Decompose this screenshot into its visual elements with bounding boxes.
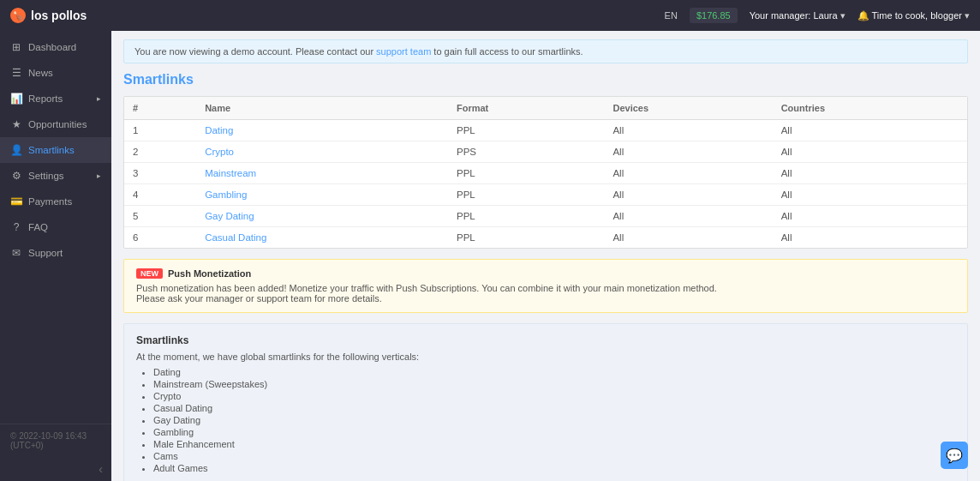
chat-button[interactable]: 💬 — [941, 442, 968, 469]
push-title: NEW Push Monetization — [136, 268, 955, 279]
brand: 🍗 los pollos — [10, 8, 87, 23]
smartlink-name-link[interactable]: Gay Dating — [205, 211, 254, 221]
demo-banner: You are now viewing a demo account. Plea… — [123, 39, 968, 63]
info-intro: At the moment, we have global smartlinks… — [136, 352, 955, 362]
cell-devices: All — [604, 227, 772, 249]
smartlinks-icon: 👤 — [10, 144, 22, 156]
cell-devices: All — [604, 163, 772, 184]
sidebar-collapse-button[interactable]: ‹ — [0, 457, 111, 481]
table-row: 6 Casual Dating PPL All All — [124, 227, 967, 249]
cell-devices: All — [604, 184, 772, 206]
sidebar-label-opportunities: Opportunities — [28, 119, 87, 129]
table-row: 5 Gay Dating PPL All All — [124, 206, 967, 227]
smartlink-name-link[interactable]: Mainstream — [205, 168, 256, 178]
sidebar-item-smartlinks[interactable]: 👤 Smartlinks — [0, 137, 111, 163]
table-row: 1 Dating PPL All All — [124, 120, 967, 141]
cell-num: 2 — [124, 141, 196, 163]
vertical-item: Gambling — [153, 427, 955, 437]
smartlinks-table-container: # Name Format Devices Countries 1 Dating… — [123, 96, 968, 249]
sidebar-item-payments[interactable]: 💳 Payments — [0, 189, 111, 214]
page-title: Smartlinks — [123, 72, 968, 87]
vertical-item: Cams — [153, 451, 955, 461]
info-section: Smartlinks At the moment, we have global… — [123, 323, 968, 481]
manager-info: Your manager: Laura ▾ — [750, 10, 846, 21]
settings-icon: ⚙ — [10, 170, 22, 182]
sidebar-item-support[interactable]: ✉ Support — [0, 240, 111, 266]
demo-text-before: You are now viewing a demo account. Plea… — [134, 46, 376, 57]
sidebar-label-settings: Settings — [28, 171, 64, 181]
chat-icon: 💬 — [946, 448, 963, 464]
vertical-item: Crypto — [153, 391, 955, 401]
cell-format: PPL — [448, 163, 604, 184]
navbar-right: EN $176.85 Your manager: Laura ▾ 🔔 Time … — [665, 8, 970, 23]
cell-num: 5 — [124, 206, 196, 227]
sidebar-label-faq: FAQ — [28, 222, 48, 232]
vertical-item: Adult Games — [153, 463, 955, 473]
vertical-item: Mainstream (Sweepstakes) — [153, 379, 955, 389]
col-header-devices: Devices — [604, 97, 772, 120]
sidebar-label-reports: Reports — [28, 93, 63, 104]
cell-countries: All — [773, 141, 967, 163]
smartlink-name-link[interactable]: Gambling — [205, 189, 247, 200]
language-selector[interactable]: EN — [665, 10, 678, 21]
col-header-format: Format — [448, 97, 604, 120]
sidebar-label-news: News — [28, 68, 53, 78]
push-title-text: Push Monetization — [168, 268, 251, 279]
push-monetization-banner: NEW Push Monetization Push monetization … — [123, 259, 968, 313]
cell-format: PPL — [448, 206, 604, 227]
sidebar-label-dashboard: Dashboard — [28, 42, 76, 52]
layout: ⊞ Dashboard ☰ News 📊 Reports ▸ ★ Opportu… — [0, 31, 980, 481]
faq-icon: ? — [10, 221, 22, 233]
demo-text-after: to gain full access to our smartlinks. — [431, 46, 583, 57]
col-header-num: # — [124, 97, 196, 120]
cell-num: 1 — [124, 120, 196, 141]
navbar: 🍗 los pollos EN $176.85 Your manager: La… — [0, 0, 980, 31]
reports-icon: 📊 — [10, 93, 22, 105]
sidebar-item-faq[interactable]: ? FAQ — [0, 214, 111, 240]
sidebar-footer: © 2022-10-09 16:43 (UTC+0) — [0, 424, 111, 457]
cell-devices: All — [604, 141, 772, 163]
cell-countries: All — [773, 184, 967, 206]
cell-countries: All — [773, 120, 967, 141]
smartlink-name-link[interactable]: Casual Dating — [205, 232, 266, 243]
sidebar-label-support: Support — [28, 248, 63, 258]
smartlinks-table: # Name Format Devices Countries 1 Dating… — [124, 97, 967, 248]
smartlink-name-link[interactable]: Crypto — [205, 147, 234, 157]
cell-name: Crypto — [196, 141, 448, 163]
balance-display: $176.85 — [690, 8, 738, 23]
verticals-list: DatingMainstream (Sweepstakes)CryptoCasu… — [136, 367, 955, 473]
cell-format: PPL — [448, 184, 604, 206]
cell-countries: All — [773, 163, 967, 184]
cell-name: Dating — [196, 120, 448, 141]
sidebar-item-settings[interactable]: ⚙ Settings ▸ — [0, 163, 111, 189]
sidebar-item-reports[interactable]: 📊 Reports ▸ — [0, 86, 111, 111]
support-icon: ✉ — [10, 247, 22, 259]
sidebar: ⊞ Dashboard ☰ News 📊 Reports ▸ ★ Opportu… — [0, 31, 111, 481]
new-badge: NEW — [136, 268, 163, 279]
payments-icon: 💳 — [10, 195, 22, 207]
support-team-link[interactable]: support team — [376, 46, 431, 57]
push-line1: Push monetization has been added! Moneti… — [136, 283, 955, 293]
sidebar-item-opportunities[interactable]: ★ Opportunities — [0, 111, 111, 137]
table-row: 3 Mainstream PPL All All — [124, 163, 967, 184]
vertical-item: Dating — [153, 367, 955, 377]
cell-name: Gambling — [196, 184, 448, 206]
reports-arrow-icon: ▸ — [97, 94, 101, 103]
vertical-item: Male Enhancement — [153, 439, 955, 449]
cell-format: PPL — [448, 227, 604, 249]
cell-name: Gay Dating — [196, 206, 448, 227]
sidebar-item-dashboard[interactable]: ⊞ Dashboard — [0, 34, 111, 60]
table-row: 4 Gambling PPL All All — [124, 184, 967, 206]
brand-name: los pollos — [31, 9, 87, 22]
cell-format: PPS — [448, 141, 604, 163]
sidebar-item-news[interactable]: ☰ News — [0, 60, 111, 86]
smartlink-name-link[interactable]: Dating — [205, 125, 233, 135]
news-icon: ☰ — [10, 67, 22, 79]
cell-countries: All — [773, 206, 967, 227]
cell-num: 3 — [124, 163, 196, 184]
dashboard-icon: ⊞ — [10, 41, 22, 53]
cell-devices: All — [604, 206, 772, 227]
info-title: Smartlinks — [136, 334, 955, 346]
logo-icon: 🍗 — [10, 8, 26, 23]
col-header-name: Name — [196, 97, 448, 120]
